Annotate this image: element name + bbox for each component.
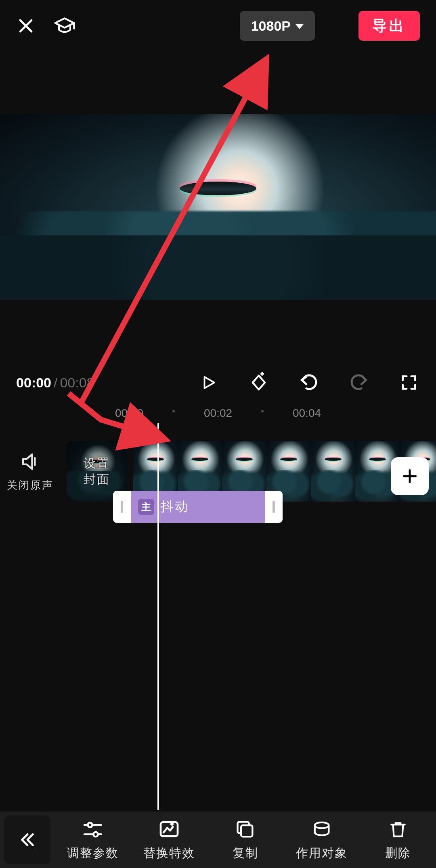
redo-button[interactable] bbox=[348, 372, 370, 393]
tutorial-button[interactable] bbox=[53, 15, 76, 37]
mute-original-button[interactable]: 关闭原声 bbox=[0, 451, 61, 492]
apply-target-button[interactable]: 作用对象 bbox=[287, 818, 356, 862]
current-time: 00:00 bbox=[16, 375, 51, 391]
ruler-tick: 00:00 bbox=[115, 407, 143, 420]
replace-effect-button[interactable]: 替换特效 bbox=[135, 818, 203, 862]
tool-label: 删除 bbox=[385, 845, 411, 862]
target-object-icon bbox=[311, 818, 332, 841]
ruler-dot bbox=[261, 410, 264, 412]
ruler-tick: 00:04 bbox=[293, 407, 321, 420]
playhead[interactable] bbox=[157, 423, 159, 810]
svg-point-15 bbox=[314, 822, 329, 828]
effect-handle-right[interactable] bbox=[265, 491, 283, 523]
time-separator: / bbox=[54, 375, 57, 391]
resolution-value: 1080P bbox=[251, 18, 291, 34]
close-button[interactable] bbox=[16, 16, 36, 36]
preview-area[interactable] bbox=[0, 52, 436, 362]
trash-icon bbox=[388, 818, 408, 841]
copy-icon bbox=[235, 818, 256, 841]
play-button[interactable] bbox=[198, 372, 220, 393]
replace-effect-icon bbox=[158, 818, 180, 841]
svg-rect-14 bbox=[241, 825, 252, 837]
effect-name: 抖动 bbox=[161, 498, 189, 516]
resolution-select[interactable]: 1080P bbox=[240, 11, 315, 41]
svg-marker-3 bbox=[205, 377, 215, 388]
time-ruler[interactable]: 00:00 00:02 00:04 bbox=[0, 403, 436, 423]
chevron-down-icon bbox=[296, 24, 304, 29]
effect-handle-left[interactable] bbox=[113, 491, 131, 523]
fullscreen-button[interactable] bbox=[398, 372, 420, 393]
tool-label: 复制 bbox=[233, 845, 258, 862]
copy-button[interactable]: 复制 bbox=[211, 818, 280, 862]
collapse-toolbar-button[interactable] bbox=[4, 816, 50, 864]
export-label: 导出 bbox=[372, 16, 406, 36]
tool-label: 调整参数 bbox=[67, 845, 119, 862]
keyframe-button[interactable] bbox=[248, 372, 270, 393]
svg-point-12 bbox=[93, 832, 98, 837]
cover-label-line: 设置 bbox=[84, 455, 110, 471]
cover-label-line: 封面 bbox=[84, 471, 110, 487]
effect-badge: 主 bbox=[138, 499, 154, 515]
total-time: 00:08 bbox=[60, 375, 94, 391]
sliders-icon bbox=[82, 818, 104, 841]
tool-label: 作用对象 bbox=[296, 845, 348, 862]
svg-point-10 bbox=[88, 822, 92, 827]
timeline[interactable]: 00:00 00:02 00:04 关闭原声 设置 封面 bbox=[0, 403, 436, 810]
add-clip-button[interactable] bbox=[391, 457, 429, 495]
tool-label: 替换特效 bbox=[143, 845, 195, 862]
effect-clip[interactable]: 主 抖动 bbox=[113, 491, 283, 523]
undo-button[interactable] bbox=[298, 372, 320, 393]
ruler-tick: 00:02 bbox=[204, 407, 232, 420]
ruler-dot bbox=[172, 410, 175, 412]
export-button[interactable]: 导出 bbox=[358, 11, 420, 41]
adjust-params-button[interactable]: 调整参数 bbox=[59, 818, 127, 862]
mute-label: 关闭原声 bbox=[7, 478, 54, 492]
delete-button[interactable]: 删除 bbox=[364, 818, 432, 862]
